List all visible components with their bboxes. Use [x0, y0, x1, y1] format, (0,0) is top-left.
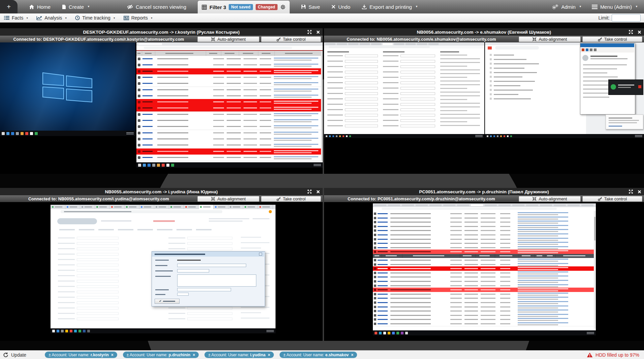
mock-detail [580, 43, 634, 47]
auto-alignment-button[interactable]: Auto-alignment [197, 36, 259, 42]
menu-time-tracking[interactable]: Time tracking ▼ [75, 15, 115, 21]
export-printing-button[interactable]: Export and printing ▼ [362, 4, 418, 10]
taskbar-icon [396, 332, 399, 334]
remote-screen-view[interactable] [0, 42, 323, 174]
take-control-label: Take control [283, 37, 305, 42]
home-button[interactable]: Home [29, 4, 51, 10]
table-row [136, 56, 321, 62]
mock-detail [209, 221, 243, 222]
save-label: Save [309, 4, 320, 10]
menu-facts[interactable]: Facts ▼ [4, 15, 28, 21]
expand-icon[interactable] [629, 30, 633, 34]
mock-detail [518, 248, 558, 249]
mock-detail [138, 144, 140, 146]
faded-field [77, 248, 119, 250]
menu-reports[interactable]: Reports ▼ [124, 15, 153, 21]
mock-detail [450, 260, 462, 261]
menu-analysis[interactable]: Analysis ▼ [36, 15, 67, 21]
auto-alignment-icon [532, 197, 537, 201]
mock-detail [213, 114, 224, 115]
take-control-button[interactable]: Take control [261, 196, 321, 202]
filter-chip-kostyrin[interactable]: ± Account: User name: r.kostyrin× [45, 352, 117, 358]
cancel-screen-viewing-button[interactable]: Cancel screen viewing [127, 4, 186, 10]
auto-alignment-button[interactable]: Auto-alignment [197, 196, 259, 202]
faded-field [77, 258, 119, 261]
take-control-button[interactable]: Take control [582, 36, 642, 42]
expand-icon[interactable] [307, 30, 312, 34]
save-button[interactable]: Save [301, 4, 320, 10]
form-field [345, 81, 378, 84]
mock-detail [390, 247, 431, 248]
chip-user: i.yudina [250, 353, 265, 357]
chip-close-icon[interactable]: × [351, 353, 353, 357]
mock-detail [500, 289, 510, 290]
mock-detail [213, 132, 224, 133]
search-pill [495, 46, 539, 50]
close-icon[interactable] [638, 30, 641, 34]
create-button[interactable]: Create ▼ [62, 4, 90, 10]
mock-detail [244, 83, 257, 84]
tab-filter-3[interactable]: Filter 3 Not saved Changed [198, 1, 290, 13]
undo-button[interactable]: Undo [331, 4, 350, 10]
auto-alignment-button[interactable]: Auto-alignment [519, 196, 581, 202]
mock-detail [274, 152, 312, 153]
mock-detail [583, 64, 627, 65]
remote-screen-view[interactable] [324, 42, 644, 174]
key-icon [598, 37, 602, 41]
close-icon[interactable] [316, 190, 320, 194]
mock-detail [390, 285, 431, 286]
take-control-button[interactable]: Take control [582, 196, 642, 202]
mock-detail [378, 272, 388, 273]
expand-icon[interactable] [629, 189, 633, 194]
key-icon [277, 197, 281, 201]
filter-chip-shumakov[interactable]: ± Account: User name: e.shumakov× [280, 352, 357, 358]
mock-detail [138, 89, 140, 91]
mock-detail [440, 66, 467, 67]
admin-menu-button[interactable]: Admin ▼ [552, 4, 581, 10]
mock-detail [490, 89, 492, 91]
new-tab-button[interactable]: + [0, 0, 18, 13]
mock-detail [402, 204, 414, 206]
chip-close-icon[interactable]: × [193, 353, 195, 357]
chip-close-icon[interactable]: × [111, 353, 114, 357]
limit-input[interactable] [612, 14, 641, 22]
mock-detail [374, 217, 376, 219]
pane-title: DESKTOP-GKKDEUF.atomsecurity.com -> r.ko… [83, 30, 240, 35]
take-control-button[interactable]: Take control [261, 36, 321, 42]
table-row [373, 284, 594, 288]
close-icon[interactable] [638, 190, 641, 194]
filter-chip-druzhinin[interactable]: ± Account: User name: p.druzhinin× [123, 352, 199, 358]
chart-line-icon [36, 16, 42, 20]
remote-screen-view[interactable]: ✔ [0, 202, 323, 341]
mock-detail [371, 43, 381, 45]
auto-alignment-label: Auto-alignment [217, 197, 246, 201]
table-header [136, 51, 323, 56]
mock-detail [518, 271, 568, 272]
main-menu-button[interactable]: Menu (Admin) ▼ [592, 4, 638, 10]
table-row [373, 228, 594, 233]
filter-chip-yudina[interactable]: ± Account: User name: i.yudina× [204, 352, 274, 358]
table-row [136, 142, 321, 149]
mock-detail [518, 295, 558, 296]
expand-icon[interactable] [307, 189, 312, 194]
auto-alignment-button[interactable]: Auto-alignment [519, 36, 581, 42]
gear-icon[interactable] [280, 4, 286, 10]
update-button[interactable]: Update [3, 352, 26, 358]
mock-detail [609, 118, 632, 119]
taskbar-icon [25, 132, 28, 135]
mock-detail [58, 286, 75, 287]
mock-detail [494, 63, 539, 64]
mock-detail [494, 59, 526, 60]
chip-close-icon[interactable]: × [268, 353, 270, 357]
filter-tab-label: Filter 3 [210, 4, 226, 10]
remote-screen-view[interactable] [324, 202, 644, 341]
mock-detail [274, 125, 318, 126]
close-icon[interactable] [316, 30, 320, 34]
mock-detail [481, 323, 495, 324]
mock-detail [518, 299, 558, 300]
auto-alignment-label: Auto-alignment [217, 37, 246, 42]
mock-detail [101, 220, 131, 222]
taskbar-icon [336, 135, 337, 137]
dialog-close-icon [259, 253, 262, 256]
mock-detail [378, 260, 388, 261]
